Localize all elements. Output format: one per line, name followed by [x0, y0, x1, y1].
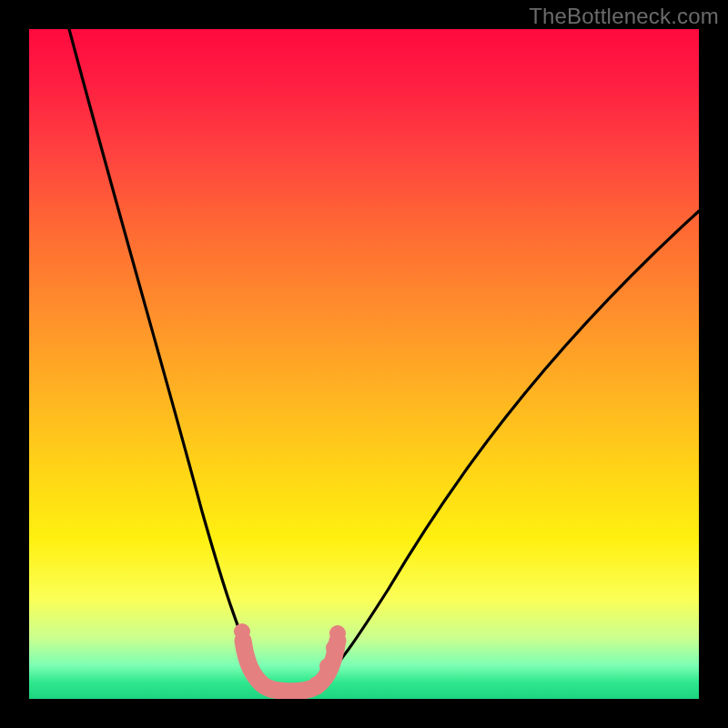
svg-point-9	[326, 640, 342, 656]
valley-markers	[234, 623, 346, 699]
svg-point-2	[239, 652, 256, 669]
svg-point-10	[329, 625, 346, 642]
chart-svg	[29, 29, 699, 699]
svg-point-7	[308, 676, 325, 693]
svg-point-8	[319, 658, 336, 674]
curve-right-branch	[318, 211, 699, 684]
svg-point-1	[236, 636, 252, 652]
svg-point-4	[263, 682, 279, 698]
chart-frame: TheBottleneck.com	[0, 0, 728, 728]
watermark-label: TheBottleneck.com	[529, 4, 719, 29]
chart-plot-area	[29, 29, 699, 699]
curve-left-branch	[69, 29, 266, 684]
svg-point-3	[248, 671, 265, 687]
